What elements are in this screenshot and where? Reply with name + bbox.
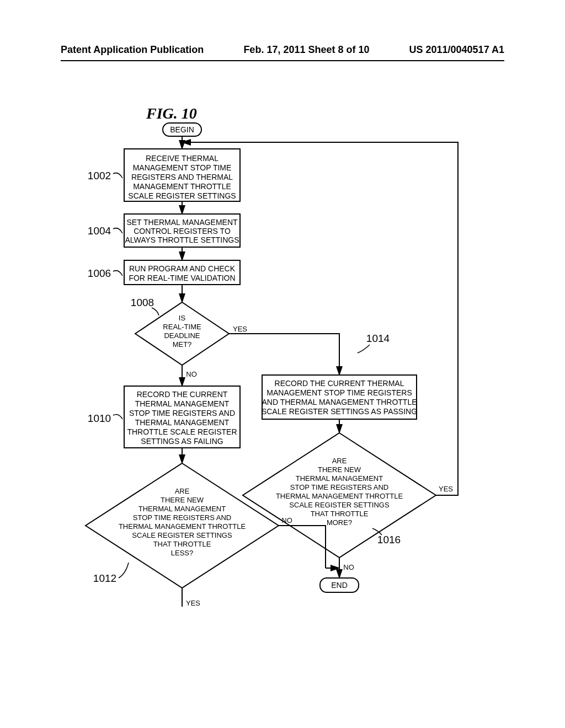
svg-text:SET THERMAL MANAGEMENT: SET THERMAL MANAGEMENT [126, 218, 238, 227]
header-right: US 2011/0040517 A1 [409, 44, 504, 56]
label-1006: 1006 [88, 267, 111, 279]
svg-text:SCALE REGISTER SETTINGS: SCALE REGISTER SETTINGS [128, 191, 236, 200]
flowchart: BEGIN RECEIVE THERMAL MANAGEMENT STOP TI… [72, 116, 469, 667]
begin-terminator: BEGIN [163, 123, 201, 136]
svg-text:ARE: ARE [175, 487, 190, 495]
box-1002: RECEIVE THERMAL MANAGEMENT STOP TIME REG… [124, 149, 240, 201]
svg-text:AND THERMAL MANAGEMENT THROTTL: AND THERMAL MANAGEMENT THROTTLE [262, 398, 417, 406]
svg-text:END: END [331, 581, 348, 590]
svg-text:REAL-TIME: REAL-TIME [163, 323, 201, 331]
svg-text:FOR REAL-TIME VALIDATION: FOR REAL-TIME VALIDATION [129, 274, 235, 282]
no-1012: NO [281, 516, 292, 524]
svg-text:THAT THROTTLE: THAT THROTTLE [311, 510, 369, 518]
svg-text:THROTTLE SCALE REGISTER: THROTTLE SCALE REGISTER [127, 427, 237, 436]
svg-text:RECORD THE CURRENT: RECORD THE CURRENT [137, 390, 228, 399]
svg-text:BEGIN: BEGIN [170, 125, 194, 134]
svg-text:MANAGEMENT THROTTLE: MANAGEMENT THROTTLE [133, 182, 231, 191]
svg-text:MANAGEMENT STOP TIME REGISTERS: MANAGEMENT STOP TIME REGISTERS [266, 388, 412, 397]
leader-1014 [358, 345, 370, 353]
label-1004: 1004 [88, 225, 111, 237]
svg-text:ARE: ARE [332, 457, 347, 465]
end-terminator: END [320, 578, 359, 592]
label-1008: 1008 [131, 297, 154, 308]
svg-text:SCALE REGISTER SETTINGS AS PAS: SCALE REGISTER SETTINGS AS PASSING [262, 407, 417, 416]
header-center: Feb. 17, 2011 Sheet 8 of 10 [243, 44, 369, 56]
box-1010: RECORD THE CURRENT THERMAL MANAGEMENT ST… [124, 386, 240, 448]
label-1014: 1014 [366, 333, 390, 344]
leader-1012 [119, 563, 129, 578]
yes-1016: YES [439, 485, 453, 493]
leader-1004 [113, 228, 122, 233]
diamond-1016: ARE THERE NEW THERMAL MANAGEMENT STOP TI… [243, 433, 436, 558]
svg-text:CONTROL REGISTERS TO: CONTROL REGISTERS TO [134, 227, 231, 235]
svg-text:RECEIVE THERMAL: RECEIVE THERMAL [146, 154, 218, 163]
no-1016: NO [343, 563, 354, 571]
box-1004: SET THERMAL MANAGEMENT CONTROL REGISTERS… [124, 214, 240, 247]
svg-text:DEADLINE: DEADLINE [164, 331, 200, 340]
svg-text:THERMAL MANAGEMENT: THERMAL MANAGEMENT [296, 474, 383, 483]
svg-text:THERMAL MANAGEMENT: THERMAL MANAGEMENT [135, 418, 230, 427]
header-left: Patent Application Publication [61, 44, 204, 56]
svg-text:STOP TIME REGISTERS AND: STOP TIME REGISTERS AND [133, 513, 231, 522]
leader-1006 [113, 271, 122, 276]
arrow-1008-yes [229, 334, 339, 375]
label-1016: 1016 [377, 534, 401, 545]
svg-text:THERMAL MANAGEMENT: THERMAL MANAGEMENT [135, 399, 230, 408]
svg-text:THERMAL MANAGEMENT THROTTLE: THERMAL MANAGEMENT THROTTLE [119, 522, 246, 531]
diamond-1012: ARE THERE NEW THERMAL MANAGEMENT STOP TI… [86, 463, 279, 588]
label-1002: 1002 [88, 170, 111, 181]
leader-1008 [152, 308, 159, 315]
leader-1010 [113, 415, 122, 419]
svg-text:IS: IS [179, 314, 186, 322]
svg-text:SCALE REGISTER SETTINGS: SCALE REGISTER SETTINGS [289, 501, 390, 509]
svg-text:THERE NEW: THERE NEW [318, 465, 361, 474]
svg-text:MANAGEMENT STOP TIME: MANAGEMENT STOP TIME [133, 163, 232, 172]
svg-text:THERMAL MANAGEMENT: THERMAL MANAGEMENT [138, 505, 226, 513]
svg-text:RECORD THE CURRENT THERMAL: RECORD THE CURRENT THERMAL [275, 379, 404, 388]
svg-text:REGISTERS AND THERMAL: REGISTERS AND THERMAL [131, 173, 233, 181]
diamond-1008: IS REAL-TIME DEADLINE MET? [135, 302, 229, 365]
svg-text:SETTINGS AS FAILING: SETTINGS AS FAILING [141, 437, 223, 446]
box-1014: RECORD THE CURRENT THERMAL MANAGEMENT ST… [262, 375, 417, 419]
svg-text:SCALE REGISTER SETTINGS: SCALE REGISTER SETTINGS [132, 531, 232, 539]
svg-text:STOP TIME REGISTERS AND: STOP TIME REGISTERS AND [129, 409, 235, 417]
svg-text:THERE NEW: THERE NEW [161, 496, 204, 504]
page-header: Patent Application Publication Feb. 17, … [61, 44, 504, 61]
svg-text:THERMAL MANAGEMENT THROTTLE: THERMAL MANAGEMENT THROTTLE [276, 492, 403, 500]
svg-text:ALWAYS THROTTLE SETTINGS: ALWAYS THROTTLE SETTINGS [125, 235, 239, 244]
svg-text:LESS?: LESS? [171, 549, 193, 557]
svg-text:STOP TIME REGISTERS AND: STOP TIME REGISTERS AND [290, 483, 388, 491]
label-1012: 1012 [93, 572, 116, 584]
yes-1012: YES [186, 599, 200, 607]
svg-text:RUN PROGRAM AND CHECK: RUN PROGRAM AND CHECK [129, 264, 236, 273]
no-1008: NO [186, 370, 197, 378]
svg-text:THAT THROTTLE: THAT THROTTLE [153, 540, 211, 548]
svg-text:MET?: MET? [173, 340, 192, 349]
leader-1002 [113, 173, 122, 178]
label-1010: 1010 [88, 413, 111, 424]
box-1006: RUN PROGRAM AND CHECK FOR REAL-TIME VALI… [124, 260, 240, 285]
svg-text:MORE?: MORE? [327, 518, 352, 527]
yes-1008: YES [233, 325, 247, 333]
